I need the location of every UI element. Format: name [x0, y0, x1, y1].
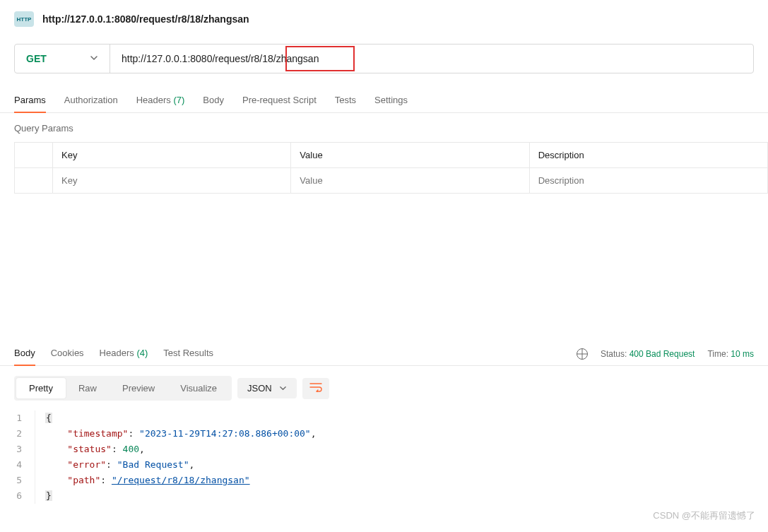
- tab-settings[interactable]: Settings: [374, 90, 408, 112]
- time-value: 10 ms: [731, 349, 754, 359]
- request-bar: GET: [14, 44, 754, 73]
- code-content: { "timestamp": "2023-11-29T14:27:08.886+…: [45, 410, 317, 504]
- tab-body[interactable]: Body: [203, 90, 224, 112]
- rtab-cookies[interactable]: Cookies: [51, 342, 84, 365]
- line-gutter: 1 2 3 4 5 6: [14, 410, 35, 504]
- table-row: [15, 168, 768, 194]
- chevron-down-icon: [279, 384, 287, 392]
- view-mode-group: Pretty Raw Preview Visualize: [14, 376, 232, 401]
- column-key: Key: [53, 143, 291, 168]
- checkbox-header: [15, 143, 53, 168]
- query-params-title: Query Params: [0, 113, 768, 142]
- time-label: Time:: [707, 349, 728, 359]
- method-select[interactable]: GET: [15, 45, 110, 73]
- view-raw[interactable]: Raw: [66, 378, 110, 398]
- tab-prerequest[interactable]: Pre-request Script: [242, 90, 317, 112]
- time-block: Time: 10 ms: [707, 349, 754, 359]
- rtab-tests[interactable]: Test Results: [163, 342, 213, 365]
- column-value: Value: [291, 143, 529, 168]
- column-description: Description: [529, 143, 767, 168]
- status-block: Status: 400 Bad Request: [601, 349, 695, 359]
- view-pretty[interactable]: Pretty: [16, 378, 66, 398]
- row-checkbox[interactable]: [15, 168, 53, 194]
- body-toolbar: Pretty Raw Preview Visualize JSON: [0, 366, 768, 410]
- response-body-code[interactable]: 1 2 3 4 5 6 { "timestamp": "2023-11-29T1…: [0, 410, 768, 504]
- line-num: 3: [14, 442, 22, 457]
- rtab-headers[interactable]: Headers (4): [100, 342, 148, 365]
- query-params-table: Key Value Description: [14, 142, 768, 194]
- chevron-down-icon: [90, 54, 98, 64]
- format-select[interactable]: JSON: [237, 378, 297, 398]
- tab-headers-count: (7): [173, 95, 184, 105]
- line-num: 1: [14, 410, 22, 426]
- status-label: Status:: [601, 349, 627, 359]
- line-num: 6: [14, 488, 22, 504]
- url-input[interactable]: [122, 53, 742, 64]
- tab-authorization[interactable]: Authorization: [64, 90, 118, 112]
- response-bar: Body Cookies Headers (4) Test Results St…: [0, 342, 768, 366]
- tab-params[interactable]: Params: [14, 90, 46, 112]
- request-tabs: Params Authorization Headers (7) Body Pr…: [0, 90, 768, 113]
- line-num: 2: [14, 426, 22, 442]
- rtab-headers-count: (4): [136, 348, 148, 358]
- key-input[interactable]: [61, 175, 282, 186]
- view-visualize[interactable]: Visualize: [167, 378, 230, 398]
- rtab-body[interactable]: Body: [14, 342, 35, 365]
- http-icon: HTTP: [14, 11, 34, 27]
- line-num: 5: [14, 473, 22, 488]
- wrap-lines-icon[interactable]: [302, 378, 329, 399]
- description-input[interactable]: [538, 175, 759, 186]
- request-title: http://127.0.0.1:8080/request/r8/18/zhan…: [42, 13, 249, 25]
- rtab-headers-label: Headers: [100, 348, 134, 358]
- format-label: JSON: [247, 383, 272, 394]
- view-preview[interactable]: Preview: [110, 378, 167, 398]
- globe-icon[interactable]: [577, 348, 588, 360]
- method-label: GET: [26, 53, 47, 64]
- value-input[interactable]: [300, 175, 520, 186]
- tab-tests[interactable]: Tests: [335, 90, 356, 112]
- status-value: 400 Bad Request: [630, 349, 695, 359]
- line-num: 4: [14, 457, 22, 473]
- tab-headers-label: Headers: [136, 95, 171, 105]
- tab-headers[interactable]: Headers (7): [136, 90, 185, 112]
